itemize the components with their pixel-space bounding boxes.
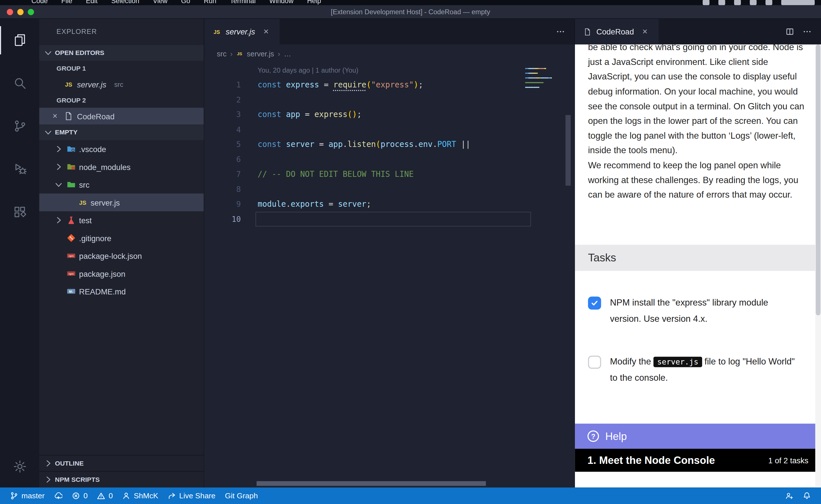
task-checkbox-unchecked[interactable] bbox=[588, 356, 601, 369]
tree-item-src[interactable]: src bbox=[39, 176, 204, 193]
horizontal-scrollbar[interactable] bbox=[257, 481, 486, 486]
open-editor-name: CodeRoad bbox=[77, 112, 115, 120]
close-window-button[interactable] bbox=[7, 9, 13, 15]
tree-item-test[interactable]: test bbox=[39, 211, 204, 229]
activity-extensions-icon[interactable] bbox=[0, 190, 39, 233]
status-account[interactable]: ShMcK bbox=[117, 487, 163, 504]
code-line-6[interactable]: 6 bbox=[204, 152, 574, 167]
split-editor-icon[interactable] bbox=[785, 27, 794, 36]
code-line-7[interactable]: 7// -- DO NOT EDIT BELOW THIS LINE bbox=[204, 167, 574, 182]
status-branch[interactable]: master bbox=[5, 487, 49, 504]
open-editors-header[interactable]: OPEN EDITORS bbox=[39, 45, 204, 61]
panel-tabbar: CodeRoad × bbox=[575, 19, 821, 44]
menubar-status-icons bbox=[703, 0, 815, 5]
lesson-progress-bar[interactable]: 1. Meet the Node Console 1 of 2 tasks bbox=[575, 449, 821, 472]
explorer-sidebar: EXPLORER OPEN EDITORS GROUP 1 JS server.… bbox=[39, 19, 204, 487]
tree-item-package-lock-json[interactable]: npmpackage-lock.json bbox=[39, 247, 204, 265]
tree-item-server-js[interactable]: JSserver.js bbox=[39, 194, 204, 211]
chevron-down-icon bbox=[43, 48, 53, 58]
menu-item-help[interactable]: Help bbox=[307, 0, 321, 5]
vertical-scrollbar[interactable] bbox=[565, 115, 571, 186]
src-folder-icon bbox=[66, 180, 76, 189]
menu-item-run[interactable]: Run bbox=[204, 0, 217, 5]
tree-item-readme-md[interactable]: M↓README.md bbox=[39, 282, 204, 300]
chevron-spacer bbox=[66, 198, 75, 207]
menu-item-edit[interactable]: Edit bbox=[86, 0, 97, 5]
code-line-1[interactable]: 1const express = require("express"); bbox=[204, 77, 574, 92]
code-line-9[interactable]: 9module.exports = server; bbox=[204, 197, 574, 212]
tree-item-label: package-lock.json bbox=[79, 251, 142, 260]
code-line-4[interactable]: 4 bbox=[204, 122, 574, 137]
status-warnings[interactable]: 0 bbox=[92, 487, 117, 504]
code-line-8[interactable]: 8 bbox=[204, 182, 574, 196]
close-tab-icon[interactable]: × bbox=[261, 26, 271, 37]
npm-scripts-section[interactable]: NPM SCRIPTS bbox=[39, 471, 204, 487]
code-line-10[interactable]: 10 bbox=[204, 212, 574, 226]
more-actions-icon[interactable] bbox=[556, 27, 565, 36]
status-feedback[interactable] bbox=[780, 487, 798, 504]
svg-text:JS: JS bbox=[237, 51, 242, 56]
status-sync[interactable] bbox=[49, 487, 67, 504]
js-icon: JS bbox=[78, 198, 87, 207]
feedback-icon bbox=[785, 492, 793, 500]
status-live-share[interactable]: Live Share bbox=[163, 487, 221, 504]
close-tab-icon[interactable]: × bbox=[640, 26, 650, 37]
tree-item--vscode[interactable]: .vscode bbox=[39, 140, 204, 158]
statusbar-right bbox=[780, 487, 816, 504]
webview-scrollbar-thumb[interactable] bbox=[816, 44, 821, 315]
webview-scrollbar-track[interactable] bbox=[815, 44, 821, 487]
help-bar[interactable]: ? Help bbox=[575, 424, 821, 449]
breadcrumb-src[interactable]: src bbox=[217, 50, 226, 58]
task-checkbox-checked[interactable] bbox=[588, 296, 601, 310]
status-git-graph[interactable]: Git Graph bbox=[220, 487, 263, 504]
open-editor-coderoad[interactable]: × CodeRoad bbox=[39, 108, 204, 124]
breadcrumb-symbol[interactable]: … bbox=[284, 50, 291, 58]
tab-coderoad[interactable]: CodeRoad × bbox=[575, 19, 659, 44]
code-line-3[interactable]: 3const app = express(); bbox=[204, 107, 574, 122]
workspace-header[interactable]: EMPTY bbox=[39, 124, 204, 140]
activity-explorer-icon[interactable] bbox=[0, 19, 39, 62]
menu-item-file[interactable]: File bbox=[61, 0, 72, 5]
sidebar-bottom-sections: OUTLINE NPM SCRIPTS bbox=[39, 455, 204, 487]
line-content bbox=[241, 182, 258, 196]
activity-run-and-debug-icon[interactable] bbox=[0, 147, 39, 190]
tree-item-package-json[interactable]: npmpackage.json bbox=[39, 265, 204, 282]
task-item-2: Modify the server.js file to log "Hello … bbox=[588, 354, 798, 386]
minimap-lines bbox=[525, 68, 552, 90]
titlebar: [Extension Development Host] - CodeRoad … bbox=[0, 5, 821, 19]
breadcrumb-file[interactable]: server.js bbox=[247, 50, 274, 58]
tree-item--gitignore[interactable]: .gitignore bbox=[39, 229, 204, 247]
status-label: Live Share bbox=[179, 492, 216, 500]
menu-item-go[interactable]: Go bbox=[181, 0, 190, 5]
zoom-window-button[interactable] bbox=[28, 9, 34, 15]
menu-item-window[interactable]: Window bbox=[269, 0, 293, 5]
menu-item-terminal[interactable]: Terminal bbox=[230, 0, 256, 5]
status-label: 0 bbox=[83, 492, 88, 500]
menubar-status-icon bbox=[703, 0, 710, 5]
activity-search-icon[interactable] bbox=[0, 62, 39, 105]
minimap[interactable] bbox=[525, 68, 552, 91]
coderoad-footer: ? Help 1. Meet the Node Console 1 of 2 t… bbox=[575, 424, 821, 472]
menu-item-view[interactable]: View bbox=[153, 0, 167, 5]
menu-item-selection[interactable]: Selection bbox=[111, 0, 139, 5]
code-line-5[interactable]: 5const server = app.listen(process.env.P… bbox=[204, 137, 574, 152]
minimize-window-button[interactable] bbox=[17, 9, 24, 15]
code-line-2[interactable]: 2 bbox=[204, 92, 574, 107]
open-editor-server-js[interactable]: JS server.js src bbox=[39, 76, 204, 93]
activity-source-control-icon[interactable] bbox=[0, 105, 39, 147]
more-actions-icon[interactable] bbox=[803, 27, 812, 36]
outline-section[interactable]: OUTLINE bbox=[39, 455, 204, 471]
status-notifications[interactable] bbox=[798, 487, 816, 504]
minimap-line bbox=[525, 87, 552, 88]
settings-gear-icon[interactable] bbox=[0, 451, 39, 482]
tree-item-node-modules[interactable]: node_modules bbox=[39, 158, 204, 176]
file-icon bbox=[583, 27, 591, 36]
line-content bbox=[241, 212, 258, 226]
error-icon bbox=[72, 492, 80, 500]
menu-item-code[interactable]: Code bbox=[31, 0, 48, 5]
status-errors[interactable]: 0 bbox=[67, 487, 92, 504]
close-icon[interactable]: × bbox=[50, 111, 60, 121]
code-editor[interactable]: You, 20 days ago | 1 author (You) 1const… bbox=[204, 63, 574, 487]
sync-icon bbox=[54, 492, 62, 500]
tab-server-js[interactable]: JS server.js × bbox=[204, 19, 280, 44]
